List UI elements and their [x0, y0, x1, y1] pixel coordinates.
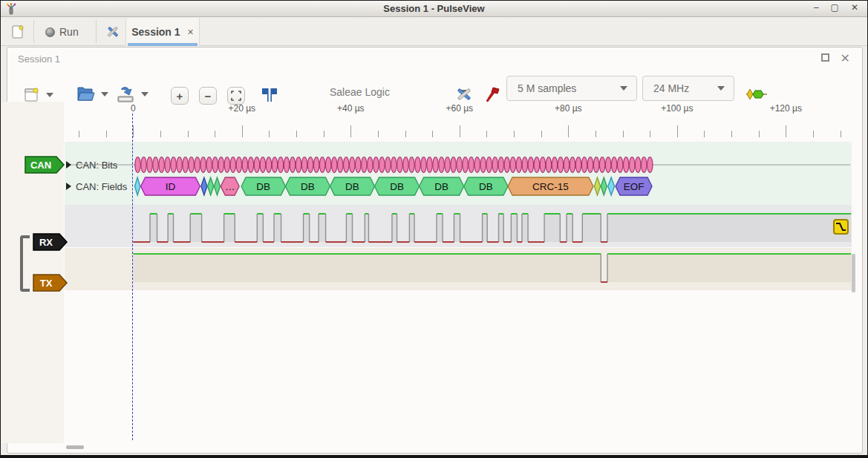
chevron-down-icon[interactable] [141, 92, 149, 96]
bit-annotation [439, 157, 444, 173]
expander-fields-icon[interactable] [66, 183, 71, 190]
close-icon[interactable]: ✕ [851, 2, 858, 13]
field-annotation-label: DB [390, 181, 404, 192]
trace-canvas[interactable]: ID…DBDBDBDBDBDBCRC-15EOF [65, 139, 852, 292]
bit-annotation [200, 157, 206, 173]
ruler-tick [242, 125, 243, 137]
decoder-icon [745, 88, 768, 101]
chevron-down-icon[interactable] [101, 92, 108, 96]
ruler-tick [296, 131, 297, 137]
bit-annotation [224, 157, 229, 173]
ruler-tick [324, 131, 324, 137]
tab-label: Session 1 [131, 26, 180, 38]
bit-annotation [433, 157, 438, 173]
run-button[interactable]: Run [41, 21, 83, 43]
bit-annotation [528, 157, 533, 173]
session-close-icon[interactable]: ✕ [841, 51, 850, 65]
rx-high-fill [304, 214, 310, 242]
rx-channel-tag[interactable]: RX [33, 233, 68, 251]
add-decoder-button[interactable] [745, 88, 768, 101]
rx-high-fill [319, 214, 326, 242]
bit-annotation [362, 157, 367, 173]
ruler-label: +60 µs [446, 103, 473, 114]
bit-annotation [338, 157, 343, 173]
device-select[interactable]: Saleae Logic [330, 86, 469, 98]
bit-annotation [218, 157, 223, 173]
bit-annotation [373, 157, 379, 173]
rx-high-fill [257, 214, 263, 242]
expander-bits-icon[interactable] [66, 161, 71, 169]
row-label-can-fields[interactable]: CAN: Fields [76, 181, 127, 192]
settings-button[interactable] [100, 21, 125, 43]
row-label-can-bits[interactable]: CAN: Bits [76, 160, 117, 171]
bit-annotation [171, 157, 176, 173]
bit-annotation [593, 157, 598, 173]
minimize-icon[interactable]: – [814, 2, 819, 13]
bit-annotation [153, 157, 158, 173]
rx-high-fill [483, 214, 488, 242]
ruler-tick [759, 131, 760, 137]
title-bar: Session 1 - PulseView – ▢ ✕ [1, 1, 867, 17]
rx-high-fill [392, 214, 397, 242]
bit-annotation [546, 157, 551, 173]
ruler-tick [79, 131, 79, 137]
ruler-tick [541, 131, 542, 137]
chevron-down-icon[interactable] [46, 93, 53, 97]
sample-count-select[interactable]: 5 M samples [506, 76, 637, 101]
bit-annotation [522, 157, 527, 173]
ruler-label: 0 [131, 103, 136, 114]
horizontal-scrollbar-thumb[interactable] [66, 445, 84, 449]
rx-high-fill [365, 214, 368, 242]
bit-annotation [474, 157, 480, 173]
trace-label-column [1, 102, 64, 443]
bit-annotation [391, 157, 397, 173]
bit-annotation [415, 157, 420, 173]
channel-group-bracket[interactable] [20, 235, 30, 292]
bit-annotation [195, 157, 200, 173]
time-ruler[interactable]: 0+20 µs+40 µs+60 µs+80 µs+100 µs+120 µs [1, 102, 867, 139]
bit-annotation [385, 157, 391, 173]
run-label: Run [59, 26, 79, 38]
sample-rate-select[interactable]: 24 MHz [642, 76, 734, 101]
ruler-label: +80 µs [555, 103, 582, 114]
tab-close-icon[interactable]: × [188, 26, 194, 38]
bit-annotation [230, 157, 235, 173]
new-session-button[interactable] [7, 21, 29, 43]
bit-annotation [350, 157, 355, 173]
field-annotation [208, 177, 214, 195]
ruler-tick [106, 131, 107, 137]
ruler-tick [650, 131, 650, 137]
bit-annotation [445, 157, 450, 173]
bit-annotation [331, 157, 336, 173]
bit-annotation [581, 157, 587, 173]
bit-annotation [272, 157, 277, 173]
trigger-marker[interactable] [833, 219, 849, 235]
rx-high-fill [544, 214, 560, 242]
ruler-tick [378, 131, 379, 137]
field-annotation [601, 177, 607, 195]
bit-annotation [313, 157, 319, 173]
field-annotation-label: DB [479, 181, 493, 192]
rx-high-fill [437, 214, 443, 242]
field-annotation [594, 177, 600, 195]
zoom-fit-icon [231, 91, 241, 101]
bit-annotation [463, 157, 468, 173]
tx-channel-tag[interactable]: TX [33, 274, 68, 292]
bit-annotation [183, 157, 188, 173]
ruler-label: +100 µs [661, 103, 693, 114]
bit-annotation [630, 157, 635, 173]
ruler-label: +20 µs [228, 103, 255, 114]
rx-high-fill [190, 214, 201, 242]
float-window-icon[interactable] [821, 53, 829, 62]
ruler-tick [677, 125, 678, 137]
bit-annotation [242, 157, 247, 173]
can-decoder-tag[interactable]: CAN [25, 156, 65, 174]
tx-high-fill [607, 254, 851, 282]
time-marker-line[interactable] [132, 114, 133, 440]
bit-annotation [421, 157, 426, 173]
maximize-icon[interactable]: ▢ [831, 2, 839, 13]
bit-annotation [301, 157, 307, 173]
tab-session-1[interactable]: Session 1 × [125, 18, 200, 46]
vertical-scrollbar-thumb[interactable] [852, 254, 855, 292]
new-file-icon [11, 24, 25, 40]
